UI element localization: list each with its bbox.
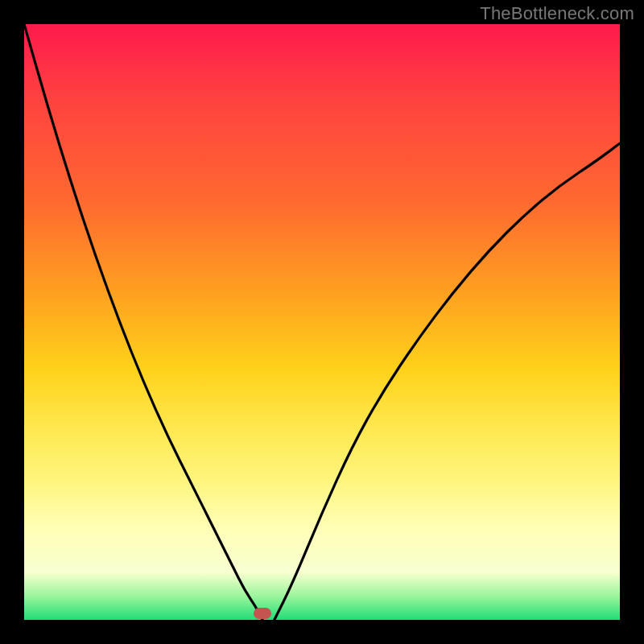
plot-area [24, 24, 620, 620]
chart-frame: TheBottleneck.com [0, 0, 644, 644]
bottleneck-curve [24, 24, 620, 620]
watermark-text: TheBottleneck.com [480, 3, 634, 24]
minimum-marker [254, 608, 271, 619]
